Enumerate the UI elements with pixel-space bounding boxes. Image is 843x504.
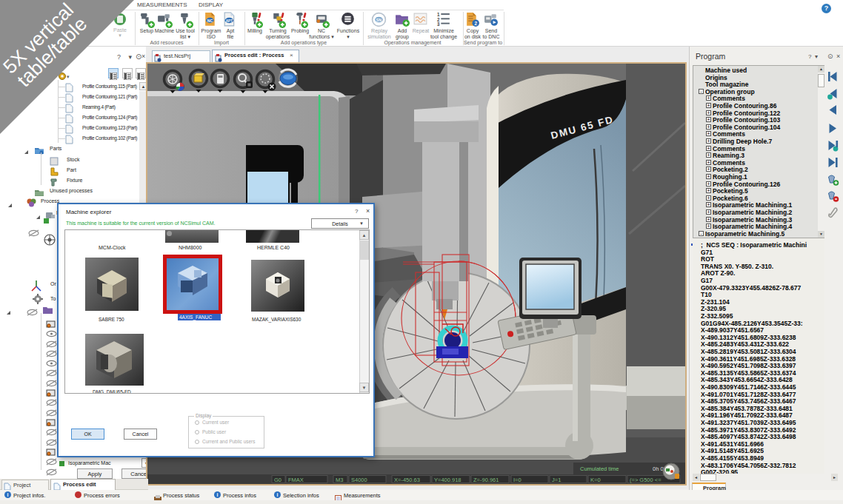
svg-text:NC: NC [207, 19, 213, 23]
svg-text:▾: ▾ [67, 74, 70, 79]
svg-text:SN: SN [376, 18, 381, 22]
svg-text:2: 2 [474, 21, 477, 26]
svg-text:APT: APT [226, 19, 233, 23]
svg-text:Cumulated time: Cumulated time [580, 466, 619, 472]
svg-text:3: 3 [437, 21, 440, 27]
